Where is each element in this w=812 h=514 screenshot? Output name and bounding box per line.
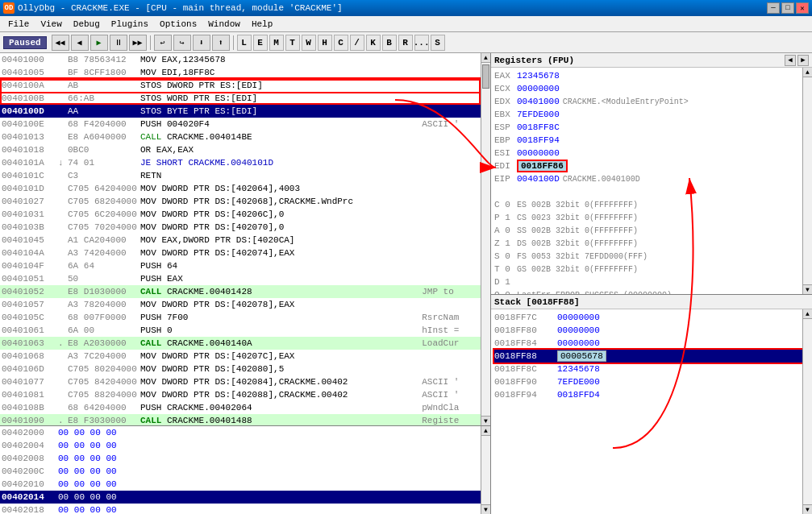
- table-row[interactable]: 0040200C 00 00 00 00: [0, 465, 490, 478]
- toolbar-b[interactable]: B: [382, 35, 397, 51]
- scroll-down-btn[interactable]: ▼: [481, 416, 490, 425]
- reg-nav-left[interactable]: ◀: [785, 55, 796, 66]
- toolbar-h[interactable]: H: [318, 35, 332, 51]
- table-row[interactable]: 00402008 00 00 00 00: [0, 452, 490, 465]
- table-row[interactable]: 00402004 00 00 00 00: [0, 439, 490, 452]
- registers-header: Registers (FPU) ◀ ▶: [491, 53, 812, 68]
- table-row[interactable]: 0040100D AA STOS BYTE PTR ES:[EDI]: [0, 105, 490, 118]
- table-row[interactable]: 00401057 A3 78204000 MOV DWORD PTR DS:[4…: [0, 298, 490, 311]
- stack-row[interactable]: 0018FF7C 00000000: [494, 311, 809, 324]
- table-row[interactable]: 00401090 . E8 F3030000 CALL CRACKME.0040…: [0, 414, 490, 425]
- table-row[interactable]: 00401005 BF 8CFF1800 MOV EDI,18FF8C: [0, 66, 490, 79]
- menu-window[interactable]: Window: [203, 18, 245, 31]
- minimize-button[interactable]: ─: [767, 2, 780, 14]
- table-row[interactable]: 00401063 . E8 A2030000 CALL CRACKME.0040…: [0, 337, 490, 350]
- close-button[interactable]: ✕: [796, 2, 809, 14]
- step-into-button[interactable]: ↩: [154, 35, 172, 51]
- reg-scroll-up[interactable]: ▲: [803, 68, 812, 77]
- reg-scroll-down[interactable]: ▼: [803, 284, 812, 294]
- toolbar-m[interactable]: M: [269, 35, 284, 51]
- table-row[interactable]: 0040101C C3 RETN: [0, 169, 490, 182]
- table-row[interactable]: 0040106D C705 80204000 MOV DWORD PTR DS:…: [0, 363, 490, 375]
- menu-debug[interactable]: Debug: [69, 18, 105, 31]
- dump-selected-row[interactable]: 00402014 00 00 00 00: [0, 491, 490, 504]
- maximize-button[interactable]: □: [781, 2, 794, 14]
- register-nav: ◀ ▶: [785, 55, 809, 66]
- stack-value-selected: 00005678: [557, 350, 606, 362]
- table-row[interactable]: 00402010 00 00 00 00: [0, 478, 490, 491]
- forward-button[interactable]: ▶▶: [129, 35, 147, 51]
- table-row[interactable]: 00401052 E8 D1030000 CALL CRACKME.004014…: [0, 285, 490, 298]
- menu-view[interactable]: View: [35, 18, 66, 31]
- table-row[interactable]: 0040105C 68 007F0000 PUSH 7F00 RsrcNam: [0, 311, 490, 324]
- menu-options[interactable]: Options: [155, 18, 202, 31]
- reg-esp: ESP 0018FF8C: [494, 121, 809, 134]
- stack-selected-row[interactable]: 0018FF88 00005678: [494, 350, 809, 363]
- table-row[interactable]: 00401013 E8 A6040000 CALL CRACKME.004014…: [0, 131, 490, 143]
- toolbar-w[interactable]: W: [302, 35, 316, 51]
- table-row[interactable]: 0040100A AB STOS DWORD PTR ES:[EDI]: [0, 79, 490, 92]
- stack-scroll-up[interactable]: ▲: [803, 309, 812, 319]
- toolbar-s[interactable]: S: [431, 35, 445, 51]
- table-row[interactable]: 00401018 0BC0 OR EAX,EAX: [0, 143, 490, 156]
- stack-row[interactable]: 0018FF94 0018FFD4: [494, 388, 809, 401]
- menu-plugins[interactable]: Plugins: [106, 18, 153, 31]
- reg-a: A 0 SS 002B 32bit 0(FFFFFFFF): [494, 224, 809, 237]
- table-row[interactable]: 00401081 C705 88204000 MOV DWORD PTR DS:…: [0, 388, 490, 401]
- pause-button[interactable]: ⏸: [110, 35, 127, 51]
- step-back-button[interactable]: ⬆: [212, 35, 230, 51]
- dump-table: 00402000 00 00 00 00 00402004 00 00 00 0…: [0, 426, 490, 514]
- stack-scroll-down[interactable]: ▼: [803, 504, 812, 514]
- table-row[interactable]: 00401061 6A 00 PUSH 0 hInst =: [0, 324, 490, 337]
- step-out-button[interactable]: ⬇: [193, 35, 210, 51]
- stack-scrollbar[interactable]: ▲ ▼: [802, 309, 812, 514]
- step-over-button[interactable]: ↪: [173, 35, 191, 51]
- dump-scrollbar[interactable]: ▲ ▼: [481, 426, 490, 514]
- stack-row[interactable]: 0018FF8C 12345678: [494, 363, 809, 375]
- toolbar-dots[interactable]: ...: [414, 35, 429, 51]
- table-row[interactable]: 00402000 00 00 00 00: [0, 426, 490, 439]
- table-row[interactable]: 00401045 A1 CA204000 MOV EAX,DWORD PTR D…: [0, 234, 490, 247]
- table-row[interactable]: 00401068 A3 7C204000 MOV DWORD PTR DS:[4…: [0, 350, 490, 363]
- toolbar-r[interactable]: R: [398, 35, 413, 51]
- stack-row[interactable]: 0018FF90 7EFDE000: [494, 375, 809, 388]
- disasm-table: 00401000 B8 78563412 MOV EAX,12345678 00…: [0, 53, 490, 425]
- back-button[interactable]: ◀: [71, 35, 89, 51]
- table-row[interactable]: 0040100B 66:AB STOS WORD PTR ES:[EDI]: [0, 92, 490, 105]
- stack-panel: Stack [0018FF88] 0018FF7C 00000000 0018F…: [491, 295, 812, 514]
- toolbar-k[interactable]: K: [366, 35, 381, 51]
- toolbar-c[interactable]: C: [334, 35, 348, 51]
- table-row[interactable]: 0040104F 6A 64 PUSH 64: [0, 259, 490, 272]
- toolbar-slash[interactable]: /: [350, 35, 364, 51]
- dump-scroll-down[interactable]: ▼: [481, 504, 490, 514]
- table-row[interactable]: 0040103B C705 70204000 MOV DWORD PTR DS:…: [0, 221, 490, 234]
- scroll-up-btn[interactable]: ▲: [481, 53, 490, 63]
- reg-nav-right[interactable]: ▶: [797, 55, 809, 66]
- rewind-button[interactable]: ◀◀: [52, 35, 69, 51]
- dump-scroll-up[interactable]: ▲: [481, 426, 490, 436]
- run-button[interactable]: ▶: [90, 35, 108, 51]
- table-row[interactable]: 0040101A ↓ 74 01 JE SHORT CRACKME.004010…: [0, 156, 490, 169]
- table-row[interactable]: 00401000 B8 78563412 MOV EAX,12345678: [0, 53, 490, 66]
- table-row[interactable]: 0040101D C705 64204000 MOV DWORD PTR DS:…: [0, 182, 490, 195]
- menu-file[interactable]: File: [3, 18, 34, 31]
- title-bar: OD OllyDbg - CRACKME.EXE - [CPU - main t…: [0, 0, 812, 16]
- table-row[interactable]: 00402018 00 00 00 00: [0, 504, 490, 514]
- stack-row[interactable]: 0018FF80 00000000: [494, 324, 809, 337]
- table-row[interactable]: 00401051 50 PUSH EAX: [0, 272, 490, 285]
- disasm-scrollbar[interactable]: ▲ ▼: [481, 53, 490, 425]
- table-row[interactable]: 0040104A A3 74204000 MOV DWORD PTR DS:[4…: [0, 247, 490, 259]
- toolbar-l[interactable]: L: [237, 35, 252, 51]
- scroll-thumb[interactable]: [482, 64, 489, 89]
- table-row[interactable]: 0040108B 68 64204000 PUSH CRACKME.004020…: [0, 401, 490, 414]
- toolbar-e[interactable]: E: [253, 35, 268, 51]
- table-row[interactable]: 00401027 C705 68204000 MOV DWORD PTR DS:…: [0, 195, 490, 208]
- table-row[interactable]: 0040100E 68 F4204000 PUSH 004020F4 ASCII…: [0, 118, 490, 131]
- toolbar-t[interactable]: T: [285, 35, 300, 51]
- row-addr: 00401000: [0, 53, 56, 66]
- reg-scrollbar[interactable]: ▲ ▼: [802, 68, 812, 294]
- stack-row[interactable]: 0018FF84 00000000: [494, 337, 809, 350]
- table-row[interactable]: 00401031 C705 6C204000 MOV DWORD PTR DS:…: [0, 208, 490, 221]
- table-row[interactable]: 00401077 C705 84204000 MOV DWORD PTR DS:…: [0, 375, 490, 388]
- menu-help[interactable]: Help: [247, 18, 277, 31]
